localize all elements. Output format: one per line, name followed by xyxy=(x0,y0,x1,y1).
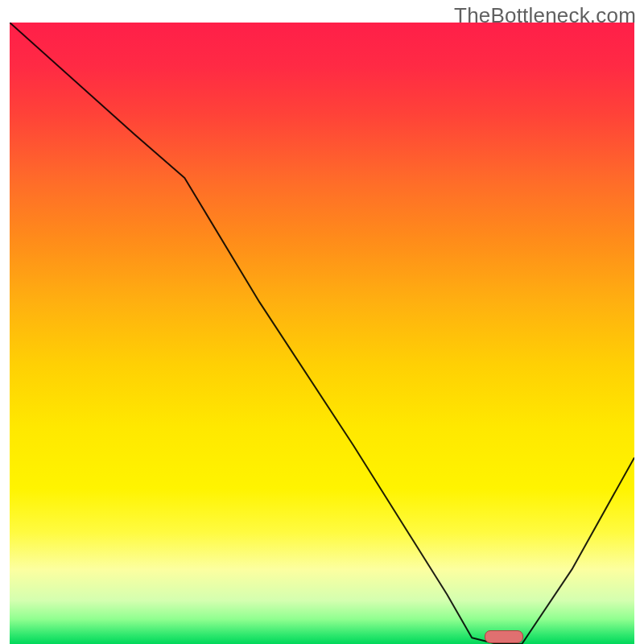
gradient-background xyxy=(10,23,634,644)
bottleneck-chart xyxy=(10,23,634,644)
chart-canvas: TheBottleneck.com xyxy=(0,0,644,644)
optimal-range-marker xyxy=(485,630,524,643)
